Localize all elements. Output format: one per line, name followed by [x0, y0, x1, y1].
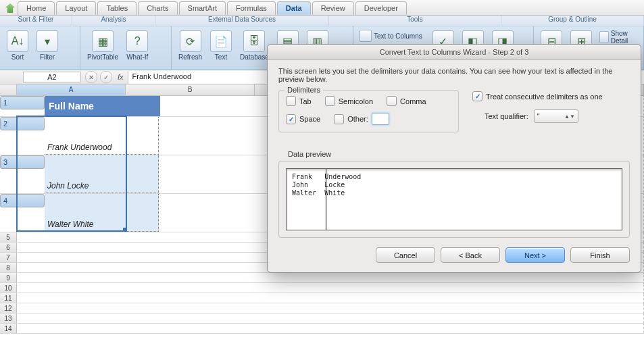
- cell-row10[interactable]: [17, 283, 644, 293]
- preview-column-separator: [326, 169, 326, 230]
- pivottable-label: PivotTable: [87, 53, 118, 61]
- row-header-13[interactable]: 13: [0, 313, 17, 323]
- group-label-groupoutline: Group & Outline: [501, 16, 644, 26]
- delimiter-semicolon-row: Semicolon: [325, 96, 373, 106]
- cell-row9[interactable]: [17, 273, 644, 282]
- data-preview-fieldset: Frank Underwood John Locke Walter White: [278, 161, 630, 238]
- cell-row14[interactable]: [17, 324, 644, 333]
- delimiter-semicolon-checkbox[interactable]: [325, 96, 335, 106]
- tab-developer[interactable]: Developer: [355, 1, 407, 15]
- data-preview-label: Data preview: [288, 150, 630, 158]
- row-header-5[interactable]: 5: [0, 232, 17, 242]
- text-to-columns-label: Text to Columns: [374, 32, 422, 40]
- tab-review[interactable]: Review: [312, 1, 354, 15]
- delimiter-tab-row: Tab: [286, 96, 312, 106]
- name-box[interactable]: A2: [23, 72, 81, 82]
- delimiter-comma-label: Comma: [400, 97, 426, 105]
- row-header-11[interactable]: 11: [0, 293, 17, 303]
- data-preview-box[interactable]: Frank Underwood John Locke Walter White: [286, 168, 622, 230]
- refresh-icon: ⟳: [180, 30, 201, 52]
- delimiters-fieldset: Delimiters Tab Semicolon Comma Space Oth…: [278, 90, 459, 132]
- row-header-2[interactable]: 2: [0, 117, 45, 130]
- sort-label: Sort: [11, 53, 24, 61]
- text-button[interactable]: 📄Text: [207, 29, 234, 62]
- sort-button[interactable]: A↓Sort: [4, 29, 31, 62]
- menu-tabs: Home Layout Tables Charts SmartArt Formu…: [0, 0, 644, 16]
- dialog-buttons: Cancel < Back Next > Finish: [278, 247, 630, 263]
- row-header-1[interactable]: 1: [0, 96, 45, 109]
- cell-row11[interactable]: [17, 293, 644, 303]
- row-header-6[interactable]: 6: [0, 243, 17, 252]
- delimiter-space-row: Space: [286, 113, 320, 125]
- delimiter-space-label: Space: [299, 115, 320, 123]
- text-qualifier-value: ": [537, 112, 540, 120]
- treat-consecutive-label: Treat consecutive delimiters as one: [486, 93, 603, 101]
- filter-button[interactable]: ▾Filter: [34, 29, 61, 62]
- accept-formula-icon[interactable]: ✓: [100, 71, 112, 83]
- tab-layout[interactable]: Layout: [56, 1, 96, 15]
- whatif-label: What-If: [126, 53, 148, 61]
- back-button[interactable]: < Back: [441, 247, 500, 263]
- text-qualifier-row: Text qualifier: "▲▼: [485, 109, 630, 123]
- col-header-a[interactable]: A: [17, 84, 126, 95]
- row-header-12[interactable]: 12: [0, 303, 17, 313]
- tab-home[interactable]: Home: [18, 1, 55, 15]
- whatif-button[interactable]: ?What-If: [124, 29, 151, 62]
- delimiter-other-label: Other:: [347, 115, 368, 123]
- row-header-7[interactable]: 7: [0, 253, 17, 262]
- refresh-button[interactable]: ⟳Refresh: [176, 29, 205, 62]
- tab-formulas[interactable]: Formulas: [227, 1, 276, 15]
- text-to-columns-wizard-dialog: Convert Text to Columns Wizard - Step 2 …: [267, 44, 641, 273]
- filter-icon: ▾: [36, 30, 58, 52]
- home-icon[interactable]: [5, 3, 15, 13]
- delimiter-comma-checkbox[interactable]: [387, 96, 397, 106]
- tab-data[interactable]: Data: [277, 1, 311, 15]
- delimiter-other-checkbox[interactable]: [334, 114, 344, 124]
- group-label-external: External Data Sources: [155, 16, 329, 26]
- row-header-3[interactable]: 3: [0, 155, 45, 169]
- treat-consecutive-checkbox[interactable]: [472, 91, 482, 101]
- delimiter-space-checkbox[interactable]: [286, 114, 296, 124]
- col-header-b[interactable]: B: [126, 84, 255, 95]
- show-detail-button[interactable]: Show Detail: [597, 29, 639, 45]
- text-qualifier-select[interactable]: "▲▼: [534, 109, 578, 123]
- delimiter-tab-checkbox[interactable]: [286, 96, 296, 106]
- group-label-analysis: Analysis: [72, 16, 155, 26]
- cell-a4[interactable]: Walter White: [45, 194, 159, 232]
- cell-a2[interactable]: Frank Underwood: [45, 117, 159, 155]
- cell-row13[interactable]: [17, 313, 644, 323]
- delimiter-other-input[interactable]: [372, 113, 389, 125]
- tab-tables[interactable]: Tables: [97, 1, 137, 15]
- whatif-icon: ?: [126, 30, 148, 52]
- chevron-up-down-icon: ▲▼: [564, 114, 575, 120]
- show-detail-label: Show Detail: [611, 30, 637, 45]
- next-button[interactable]: Next >: [505, 247, 565, 263]
- right-options: Treat consecutive delimiters as one Text…: [472, 90, 630, 132]
- delimiters-legend: Delimiters: [284, 86, 323, 94]
- select-all-corner[interactable]: [0, 84, 17, 95]
- row-header-14[interactable]: 14: [0, 324, 17, 333]
- cancel-button[interactable]: Cancel: [376, 247, 435, 263]
- pivottable-icon: ▦: [92, 30, 114, 52]
- row-header-4[interactable]: 4: [0, 194, 45, 207]
- cell-a3[interactable]: John Locke: [45, 155, 159, 193]
- cancel-formula-icon[interactable]: ✕: [85, 71, 97, 83]
- preview-row-3: Walter White: [292, 189, 616, 197]
- row-header-10[interactable]: 10: [0, 283, 17, 293]
- delimiter-other-row: Other:: [334, 113, 389, 125]
- dialog-intro-text: This screen lets you set the delimiters …: [278, 67, 630, 83]
- filter-label: Filter: [40, 53, 55, 61]
- cell-row12[interactable]: [17, 303, 644, 313]
- cell-a1[interactable]: Full Name: [45, 96, 160, 116]
- row-header-8[interactable]: 8: [0, 263, 17, 272]
- database-icon: 🗄: [243, 30, 265, 52]
- tab-charts[interactable]: Charts: [138, 1, 177, 15]
- tab-smartart[interactable]: SmartArt: [179, 1, 226, 15]
- database-label: Database: [240, 53, 269, 61]
- text-to-columns-button[interactable]: Text to Columns: [357, 29, 424, 43]
- finish-button[interactable]: Finish: [570, 247, 630, 263]
- fx-label[interactable]: fx: [118, 73, 124, 81]
- text-to-columns-icon: [360, 30, 372, 42]
- pivottable-button[interactable]: ▦PivotTable: [84, 29, 121, 62]
- row-header-9[interactable]: 9: [0, 273, 17, 282]
